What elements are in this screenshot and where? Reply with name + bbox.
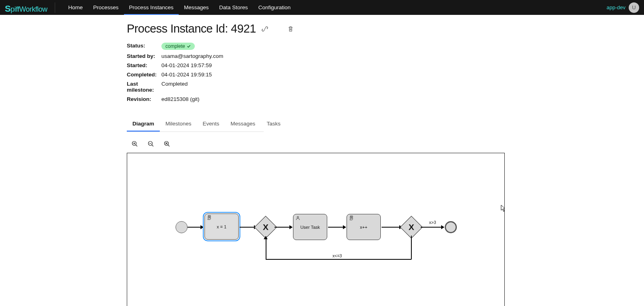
started-value: 04-01-2024 19:57:59 bbox=[161, 62, 212, 68]
zoom-in-icon[interactable] bbox=[132, 141, 138, 147]
gateway-1[interactable]: X bbox=[254, 216, 277, 239]
tab-diagram[interactable]: Diagram bbox=[127, 117, 160, 131]
logo-text: SpiffWorkflow bbox=[5, 4, 47, 13]
start-event[interactable] bbox=[175, 221, 188, 233]
nav-home[interactable]: Home bbox=[63, 0, 88, 14]
link-icon[interactable] bbox=[262, 26, 268, 32]
loop-segment bbox=[266, 259, 411, 260]
revision-value: ed8215308 (git) bbox=[161, 96, 200, 102]
milestone-value: Completed bbox=[161, 81, 188, 93]
zoom-fit-icon[interactable] bbox=[164, 141, 170, 147]
condition-exit: x>3 bbox=[429, 220, 436, 225]
flow-arrow bbox=[188, 227, 203, 228]
loop-segment bbox=[411, 236, 412, 259]
svg-point-3 bbox=[297, 216, 299, 218]
started-label: Started: bbox=[127, 62, 161, 68]
tab-tasks[interactable]: Tasks bbox=[261, 117, 286, 131]
nav-process-instances[interactable]: Process Instances bbox=[124, 0, 179, 14]
zoom-controls bbox=[132, 141, 523, 147]
script-task-x-equals-1[interactable]: x = 1 bbox=[204, 214, 239, 240]
main-content: Process Instance Id: 4921 Status: comple… bbox=[0, 15, 523, 306]
gateway-2[interactable]: X bbox=[400, 216, 423, 239]
completed-value: 04-01-2024 19:59:15 bbox=[161, 72, 212, 78]
script-icon bbox=[207, 215, 212, 221]
loop-segment bbox=[266, 236, 266, 259]
nav-items: Home Processes Process Instances Message… bbox=[63, 0, 296, 14]
status-label: Status: bbox=[127, 43, 161, 50]
flow-arrow bbox=[382, 227, 402, 228]
tab-messages[interactable]: Messages bbox=[225, 117, 261, 131]
user-icon bbox=[295, 216, 300, 222]
cursor-icon bbox=[501, 205, 505, 214]
started-by-value: usama@sartography.com bbox=[161, 53, 223, 59]
delete-icon[interactable] bbox=[287, 26, 294, 32]
completed-label: Completed: bbox=[127, 72, 161, 78]
status-badge: complete bbox=[161, 43, 195, 50]
title-row: Process Instance Id: 4921 bbox=[127, 22, 523, 35]
started-by-label: Started by: bbox=[127, 53, 161, 59]
loop-arrowhead bbox=[264, 236, 268, 239]
flow-arrow bbox=[421, 227, 444, 228]
milestone-label: Last milestone: bbox=[127, 81, 161, 93]
nav-data-stores[interactable]: Data Stores bbox=[214, 0, 253, 14]
top-navigation: Draw the code SpiffWorkflow Home Process… bbox=[0, 0, 644, 15]
tabs: Diagram Milestones Events Messages Tasks bbox=[127, 117, 264, 132]
zoom-out-icon[interactable] bbox=[148, 141, 154, 147]
script-icon bbox=[349, 216, 354, 222]
tab-milestones[interactable]: Milestones bbox=[160, 117, 197, 131]
meta-table: Status: complete Started by: usama@sarto… bbox=[127, 41, 523, 104]
user-task[interactable]: User Task bbox=[293, 214, 327, 240]
end-event[interactable] bbox=[445, 221, 457, 233]
page-title: Process Instance Id: 4921 bbox=[127, 22, 256, 35]
logo[interactable]: Draw the code SpiffWorkflow bbox=[5, 2, 55, 13]
nav-right: app-dev U bbox=[607, 2, 639, 13]
revision-label: Revision: bbox=[127, 96, 161, 102]
script-task-x-increment[interactable]: x++ bbox=[347, 214, 381, 240]
flow-arrow bbox=[328, 227, 346, 228]
flow-arrow bbox=[275, 227, 292, 228]
nav-configuration[interactable]: Configuration bbox=[253, 0, 296, 14]
nav-processes[interactable]: Processes bbox=[88, 0, 124, 14]
env-label[interactable]: app-dev bbox=[607, 4, 625, 10]
condition-loop: x<=3 bbox=[332, 253, 342, 258]
avatar[interactable]: U bbox=[629, 2, 639, 13]
tab-events[interactable]: Events bbox=[197, 117, 225, 131]
bpmn-diagram[interactable]: x = 1 X User Task x++ X x>3 x<=3 bbox=[127, 153, 505, 306]
nav-messages[interactable]: Messages bbox=[179, 0, 214, 14]
